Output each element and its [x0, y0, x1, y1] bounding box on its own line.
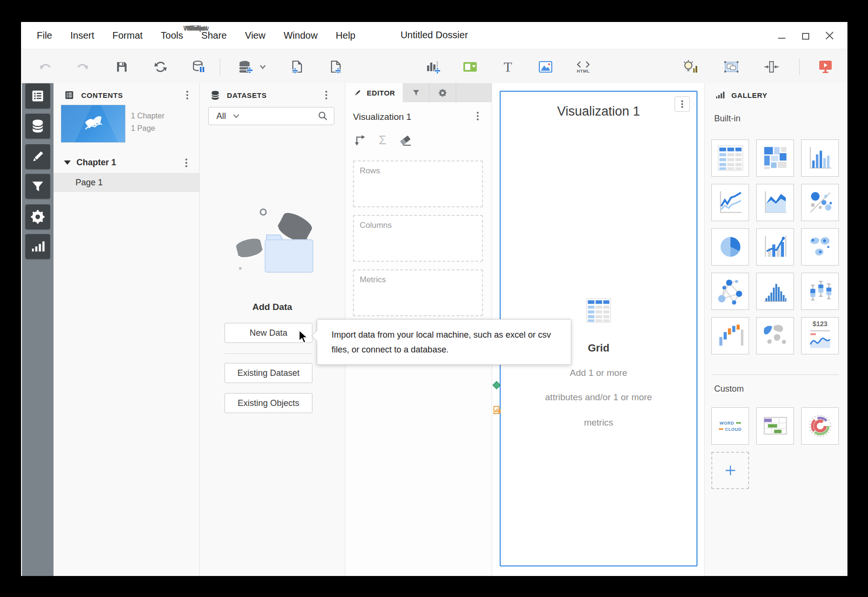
refresh-button[interactable]: [150, 56, 171, 78]
search-icon[interactable]: [318, 111, 328, 121]
sidebar-item-contents[interactable]: [25, 84, 50, 108]
existing-objects-button[interactable]: Existing Objects: [225, 393, 312, 413]
add-page-icon: [329, 60, 343, 74]
redo-button[interactable]: [72, 56, 94, 78]
gallery-tile-pie-chart[interactable]: [711, 228, 749, 266]
gallery-tile-line-chart[interactable]: [711, 184, 749, 221]
tab-settings[interactable]: [429, 83, 456, 102]
dataset-status-button[interactable]: [188, 56, 210, 78]
contents-header: CONTENTS: [81, 91, 123, 99]
database-pause-icon: [192, 60, 206, 74]
sidebar-item-editor[interactable]: [25, 144, 50, 169]
selector-icon: [463, 61, 477, 73]
contents-menu-button[interactable]: [182, 90, 193, 100]
dropzone-metrics[interactable]: Metrics: [353, 269, 483, 316]
free-form-layout-button[interactable]: [720, 56, 742, 78]
filter-icon: [411, 88, 421, 97]
sidebar-item-visualizations[interactable]: [25, 234, 50, 259]
plus-icon: [722, 462, 739, 479]
add-html-button[interactable]: HTML: [572, 56, 594, 78]
collapse-chapter-icon[interactable]: [64, 160, 71, 165]
sidebar-item-settings[interactable]: [25, 204, 50, 229]
add-image-button[interactable]: [535, 56, 557, 78]
window-maximize-button[interactable]: [801, 31, 810, 40]
hint-text-1: Add 1 or more: [570, 368, 627, 378]
html-label: HTML: [577, 69, 590, 74]
gallery-tile-waterfall[interactable]: [711, 317, 749, 354]
dropzone-metrics-label: Metrics: [360, 275, 482, 285]
add-text-button[interactable]: T: [497, 56, 519, 78]
chevron-down-icon[interactable]: [233, 114, 240, 119]
dropzone-columns[interactable]: Columns: [353, 215, 483, 262]
eraser-icon[interactable]: [398, 134, 412, 146]
dossier-thumbnail[interactable]: [61, 105, 125, 142]
gallery-tile-grid[interactable]: [711, 139, 749, 177]
fit-to-window-icon: [764, 60, 779, 74]
gallery-tile-kpi[interactable]: $123: [801, 317, 839, 354]
contents-icon: [63, 89, 75, 101]
summary-chapters: 1 Chapter: [131, 110, 164, 122]
attribute-icon: [493, 381, 501, 389]
editor-tabstrip: EDITOR: [345, 83, 492, 102]
window-minimize-button[interactable]: [777, 31, 786, 40]
gallery-tile-area-chart[interactable]: [756, 184, 794, 221]
contents-panel: CONTENTS 1 Chapter 1 Page Ch: [54, 83, 200, 576]
page-row-selected[interactable]: Page 1: [54, 173, 199, 192]
insights-button[interactable]: [679, 56, 701, 78]
toolbar: T HTML: [21, 49, 847, 83]
image-icon: [538, 61, 553, 73]
window-close-button[interactable]: [825, 31, 834, 40]
gallery-tile-network[interactable]: [711, 273, 749, 310]
gallery-tile-word-cloud[interactable]: WORDCLOUD: [711, 407, 749, 445]
existing-dataset-button[interactable]: Existing Dataset: [225, 363, 312, 383]
present-button[interactable]: [814, 56, 836, 78]
add-data-illustration: [221, 198, 321, 284]
undo-button[interactable]: [34, 56, 56, 78]
tooltip-text: Import data from your local machine, suc…: [332, 328, 560, 357]
metric-icon: [493, 405, 502, 415]
gallery-tile-heat-map[interactable]: [756, 139, 794, 177]
add-data-icon: [238, 60, 268, 74]
gallery-tile-box-plot[interactable]: [801, 273, 839, 310]
add-data-button[interactable]: [236, 56, 269, 78]
totals-icon[interactable]: Σ: [379, 134, 386, 146]
gallery-tile-add-custom[interactable]: [711, 452, 749, 489]
hint-text-3: metrics: [584, 417, 613, 427]
gallery-tile-histogram[interactable]: [756, 273, 794, 310]
gallery-tile-combo-chart[interactable]: [756, 228, 794, 266]
sidebar-item-datasets[interactable]: [25, 114, 50, 139]
add-visualization-button[interactable]: [422, 56, 444, 78]
word-cloud-words: WORDCLOUD: [712, 408, 749, 444]
gallery-tile-gantt[interactable]: [756, 407, 794, 445]
datasets-icon: [209, 89, 221, 101]
gallery-tile-bar-chart[interactable]: [801, 139, 839, 177]
save-icon: [116, 61, 128, 73]
add-selector-button[interactable]: [459, 56, 481, 78]
save-button[interactable]: [111, 56, 133, 78]
grid-viz-icon: [582, 296, 615, 325]
sidebar-items: [22, 83, 54, 576]
dataset-filter-value[interactable]: All: [216, 111, 226, 121]
dataset-search-box[interactable]: All: [208, 107, 334, 125]
tab-editor[interactable]: EDITOR: [345, 83, 403, 102]
fit-to-window-button[interactable]: [761, 56, 782, 78]
swap-axes-icon[interactable]: [354, 134, 366, 146]
present-icon: [818, 60, 833, 74]
sidebar-item-filters[interactable]: [25, 174, 50, 199]
toolbar-separator: [220, 59, 220, 75]
chapter-menu-button[interactable]: [181, 158, 192, 168]
datasets-menu-button[interactable]: [321, 90, 332, 100]
menu-item-help[interactable]: HelpHelp: [327, 30, 364, 41]
app-window: FileFileInsertInsertFormatFormatToolsToo…: [21, 22, 847, 576]
add-page-button[interactable]: [325, 56, 347, 78]
gallery-tile-bubble-chart[interactable]: [801, 184, 839, 221]
dropzone-rows[interactable]: Rows: [353, 160, 483, 207]
gallery-tile-geospatial-map[interactable]: [801, 228, 839, 266]
add-chapter-button[interactable]: [286, 56, 308, 78]
editor-viz-menu-button[interactable]: [472, 111, 483, 121]
tab-filter[interactable]: [403, 83, 429, 102]
gallery-tile-sunburst[interactable]: [801, 407, 839, 445]
chapter-row[interactable]: Chapter 1: [54, 154, 199, 171]
gallery-tile-world-map[interactable]: [756, 317, 794, 354]
free-form-layout-icon: [724, 60, 739, 74]
